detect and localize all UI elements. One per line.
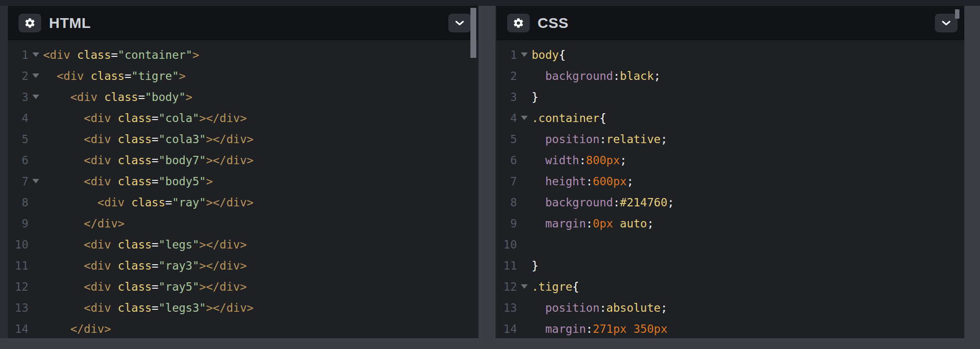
css-code-editor[interactable]: 1body{2 background:black;3}4.container{5… — [496, 40, 964, 338]
line-number: 12 — [496, 280, 517, 293]
code-line-text: height:600px; — [532, 175, 634, 188]
code-line[interactable]: 4.container{ — [496, 107, 964, 128]
css-panel-title: CSS — [538, 15, 568, 31]
code-line[interactable]: 10 <div class="legs"></div> — [8, 234, 478, 255]
css-scrollbar-thumb[interactable] — [955, 9, 959, 19]
fold-arrow-icon[interactable] — [517, 52, 532, 57]
code-line-text: <div class="body5"> — [43, 175, 213, 188]
code-line-text: .container{ — [532, 112, 606, 125]
code-line[interactable]: 12 <div class="ray5"></div> — [8, 276, 478, 297]
fold-arrow-icon[interactable] — [28, 95, 43, 99]
code-line[interactable]: 6 width:800px; — [496, 150, 964, 171]
gear-icon — [24, 17, 36, 29]
code-line-text: <div class="body7"></div> — [43, 154, 253, 167]
code-line[interactable]: 14 margin:271px 350px — [496, 318, 964, 338]
code-line[interactable]: 1body{ — [496, 44, 964, 65]
line-number: 10 — [496, 238, 517, 251]
code-line-text: <div class="body"> — [43, 91, 193, 103]
css-settings-button[interactable] — [507, 14, 530, 32]
fold-arrow-icon[interactable] — [28, 52, 43, 57]
code-line-text: margin:271px 350px — [532, 323, 667, 335]
line-number: 3 — [8, 91, 28, 103]
code-editor-workspace: HTML 1<div class="container">2 <div clas… — [0, 0, 980, 349]
line-number: 7 — [496, 175, 517, 188]
line-number: 4 — [496, 112, 517, 125]
css-panel: CSS 1body{2 background:black;3}4.contain… — [496, 6, 964, 338]
code-line[interactable]: 1<div class="container"> — [8, 44, 478, 65]
code-line-text: </div> — [43, 323, 111, 335]
line-number: 10 — [8, 238, 28, 251]
line-number: 4 — [8, 112, 28, 125]
code-line[interactable]: 13 <div class="legs3"></div> — [8, 297, 478, 318]
code-line-text: <div class="cola"></div> — [43, 112, 246, 125]
code-line-text: margin:0px auto; — [532, 217, 654, 230]
code-line-text: <div class="legs3"></div> — [43, 301, 253, 314]
code-line-text: position:relative; — [532, 133, 667, 146]
line-number: 2 — [496, 70, 517, 82]
line-number: 8 — [8, 196, 28, 209]
html-code-editor[interactable]: 1<div class="container">2 <div class="ti… — [8, 40, 478, 338]
code-line-text: width:800px; — [532, 154, 627, 167]
line-number: 14 — [496, 323, 517, 335]
fold-arrow-icon[interactable] — [517, 116, 532, 120]
chevron-down-icon — [454, 17, 466, 29]
top-strip — [0, 0, 980, 6]
html-scrollbar-thumb[interactable] — [470, 8, 476, 58]
html-panel-title: HTML — [49, 15, 91, 31]
code-line-text: <div class="legs"></div> — [43, 238, 246, 251]
line-number: 2 — [8, 70, 28, 82]
line-number: 9 — [8, 217, 28, 230]
html-collapse-button[interactable] — [448, 14, 471, 32]
code-line[interactable]: 14 </div> — [8, 318, 478, 338]
code-line-text: background:#214760; — [532, 196, 674, 209]
css-collapse-button[interactable] — [935, 14, 957, 32]
code-line[interactable]: 9 </div> — [8, 213, 478, 234]
code-line-text: } — [532, 91, 539, 103]
code-line[interactable]: 9 margin:0px auto; — [496, 213, 964, 234]
code-line[interactable]: 2 <div class="tigre"> — [8, 65, 478, 86]
chevron-down-icon — [940, 17, 952, 29]
html-panel: HTML 1<div class="container">2 <div clas… — [8, 6, 478, 338]
code-line-text: <div class="ray5"></div> — [43, 280, 246, 293]
fold-arrow-icon[interactable] — [28, 74, 43, 78]
code-line[interactable]: 5 position:relative; — [496, 128, 964, 150]
code-line[interactable]: 8 background:#214760; — [496, 192, 964, 213]
right-gutter — [964, 6, 980, 338]
code-line[interactable]: 7 <div class="body5"> — [8, 171, 478, 192]
code-line-text: background:black; — [532, 70, 661, 82]
line-number: 1 — [8, 49, 28, 61]
line-number: 5 — [8, 133, 28, 146]
bottom-bar — [0, 338, 980, 349]
line-number: 13 — [8, 301, 28, 314]
line-number: 14 — [8, 323, 28, 335]
code-line-text: <div class="ray"></div> — [43, 196, 253, 209]
code-line[interactable]: 3} — [496, 86, 964, 107]
panel-resize-gutter[interactable] — [478, 6, 496, 338]
fold-arrow-icon[interactable] — [28, 179, 43, 183]
fold-arrow-icon[interactable] — [517, 284, 532, 289]
code-line-text: <div class="container"> — [43, 49, 199, 61]
code-line[interactable]: 4 <div class="cola"></div> — [8, 107, 478, 128]
line-number: 13 — [496, 301, 517, 314]
code-line-text: } — [532, 259, 539, 272]
line-number: 3 — [496, 91, 517, 103]
line-number: 12 — [8, 280, 28, 293]
code-line[interactable]: 3 <div class="body"> — [8, 86, 478, 107]
code-line[interactable]: 2 background:black; — [496, 65, 964, 86]
code-line[interactable]: 11 <div class="ray3"></div> — [8, 255, 478, 276]
line-number: 11 — [8, 259, 28, 272]
code-line[interactable]: 6 <div class="body7"></div> — [8, 150, 478, 171]
line-number: 9 — [496, 217, 517, 230]
code-line[interactable]: 7 height:600px; — [496, 171, 964, 192]
code-line[interactable]: 5 <div class="cola3"></div> — [8, 128, 478, 150]
line-number: 6 — [8, 154, 28, 167]
code-line[interactable]: 8 <div class="ray"></div> — [8, 192, 478, 213]
line-number: 8 — [496, 196, 517, 209]
line-number: 1 — [496, 49, 517, 61]
code-line[interactable]: 13 position:absolute; — [496, 297, 964, 318]
code-line-text: </div> — [43, 217, 124, 230]
html-settings-button[interactable] — [19, 14, 41, 32]
code-line[interactable]: 10 — [496, 234, 964, 255]
code-line[interactable]: 12.tigre{ — [496, 276, 964, 297]
code-line[interactable]: 11} — [496, 255, 964, 276]
